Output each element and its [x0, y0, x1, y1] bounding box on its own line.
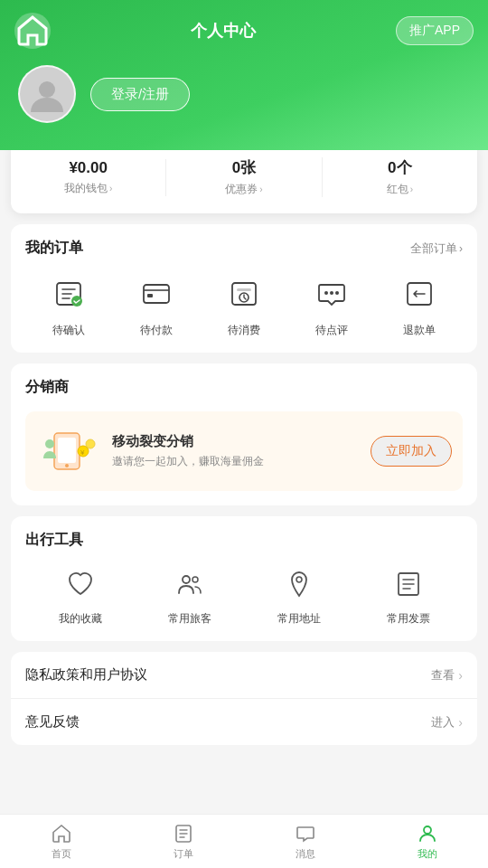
invoice-icon: [389, 564, 428, 604]
svg-text:¥: ¥: [80, 448, 85, 457]
nav-order[interactable]: 订单: [122, 815, 244, 868]
order-pending-consume[interactable]: 待消费: [222, 272, 266, 338]
feedback-right: 进入 ›: [431, 714, 463, 731]
feedback-item[interactable]: 意见反馈 进入 ›: [11, 699, 477, 745]
nav-message[interactable]: 消息: [244, 815, 366, 868]
distributor-banner-sub: 邀请您一起加入，赚取海量佣金: [112, 454, 371, 469]
chevron-right-icon: ›: [459, 242, 463, 255]
privacy-policy-right: 查看 ›: [431, 667, 463, 684]
svg-rect-3: [144, 285, 169, 303]
distributor-illustration: ¥: [36, 424, 101, 478]
tool-label: 常用地址: [277, 611, 321, 627]
orders-section: 我的订单 全部订单 › 待确认: [11, 224, 477, 353]
tool-label: 常用旅客: [168, 611, 211, 627]
settings-list: 隐私政策和用户协议 查看 › 意见反馈 进入 ›: [11, 652, 477, 745]
wallet-value: ¥0.00: [11, 159, 165, 177]
distributor-section: 分销商 ¥ 移动裂变分销 邀请您一起加入，赚取海量佣金 立即加入: [11, 363, 477, 505]
tools-grid: 我的收藏 常用旅客 常用地址: [25, 564, 463, 627]
redpacket-stat[interactable]: 0个 红包›: [323, 157, 477, 197]
svg-point-10: [335, 291, 339, 295]
order-label: 退款单: [403, 323, 436, 338]
nav-order-label: 订单: [174, 847, 193, 861]
coupon-stat[interactable]: 0张 优惠券›: [166, 157, 322, 197]
header-top: 个人中心 推广APP: [0, 0, 488, 49]
tools-header: 出行工具: [25, 531, 463, 550]
distributor-banner: ¥ 移动裂变分销 邀请您一起加入，赚取海量佣金 立即加入: [25, 411, 463, 491]
join-distributor-button[interactable]: 立即加入: [371, 436, 452, 467]
refund-icon: [398, 272, 441, 316]
nav-profile-label: 我的: [418, 847, 437, 861]
nav-home-label: 首页: [52, 847, 71, 861]
svg-point-0: [39, 81, 55, 98]
nav-message-label: 消息: [296, 847, 315, 861]
nav-profile[interactable]: 我的: [366, 815, 488, 868]
svg-point-19: [183, 576, 190, 583]
nav-home[interactable]: 首页: [0, 815, 122, 868]
svg-point-2: [71, 296, 82, 307]
order-refund[interactable]: 退款单: [398, 272, 441, 338]
chevron-right-icon: ›: [458, 668, 463, 683]
page-title: 个人中心: [191, 20, 256, 42]
redpacket-value: 0个: [323, 157, 477, 178]
svg-rect-4: [147, 294, 153, 297]
svg-point-18: [86, 439, 95, 448]
promote-app-button[interactable]: 推广APP: [396, 16, 474, 45]
order-pending-payment[interactable]: 待付款: [135, 272, 178, 338]
distributor-banner-title: 移动裂变分销: [112, 433, 371, 450]
tools-section: 出行工具 我的收藏 常用旅客: [11, 516, 477, 641]
orders-grid: 待确认 待付款 待消费: [25, 272, 463, 338]
distributor-text: 移动裂变分销 邀请您一起加入，赚取海量佣金: [112, 433, 371, 469]
tool-label: 常用发票: [387, 611, 430, 627]
feedback-title: 意见反馈: [25, 713, 80, 731]
coupon-label: 优惠券›: [166, 182, 321, 197]
privacy-policy-title: 隐私政策和用户协议: [25, 666, 147, 684]
tool-favorites[interactable]: 我的收藏: [59, 564, 102, 627]
svg-point-14: [65, 464, 69, 467]
pending-consume-icon: [222, 272, 266, 316]
tool-passengers[interactable]: 常用旅客: [168, 564, 211, 627]
distributor-title: 分销商: [25, 378, 69, 397]
svg-point-15: [45, 439, 54, 448]
distributor-header: 分销商: [25, 378, 463, 397]
svg-point-20: [192, 577, 198, 582]
order-label: 待消费: [228, 323, 260, 338]
profile-section: 登录/注册: [0, 49, 488, 123]
svg-point-24: [424, 826, 431, 834]
login-register-button[interactable]: 登录/注册: [90, 78, 190, 111]
passengers-icon: [170, 564, 210, 604]
tools-title: 出行工具: [25, 531, 83, 550]
tool-invoice[interactable]: 常用发票: [387, 564, 430, 627]
avatar: [18, 65, 76, 123]
order-pending-confirm[interactable]: 待确认: [47, 272, 90, 338]
chevron-right-icon: ›: [458, 715, 463, 730]
order-label: 待确认: [52, 323, 85, 338]
bottom-navigation: 首页 订单 消息 我的: [0, 814, 488, 868]
svg-point-21: [296, 577, 302, 582]
heart-icon: [61, 564, 100, 604]
header: 个人中心 推广APP 登录/注册: [0, 0, 488, 150]
wallet-label: 我的钱包›: [11, 181, 165, 196]
coupon-value: 0张: [166, 157, 321, 178]
pending-review-icon: [310, 272, 353, 316]
wallet-stat[interactable]: ¥0.00 我的钱包›: [11, 159, 166, 196]
home-button[interactable]: [14, 13, 51, 49]
tool-address[interactable]: 常用地址: [277, 564, 321, 627]
orders-header: 我的订单 全部订单 ›: [25, 239, 463, 258]
pending-confirm-icon: [47, 272, 90, 316]
privacy-policy-item[interactable]: 隐私政策和用户协议 查看 ›: [11, 652, 477, 699]
svg-rect-6: [237, 288, 251, 291]
tool-label: 我的收藏: [59, 611, 102, 627]
location-icon: [279, 564, 319, 604]
order-label: 待付款: [140, 323, 173, 338]
svg-rect-13: [58, 438, 76, 463]
all-orders-link[interactable]: 全部订单 ›: [410, 241, 463, 257]
order-label: 待点评: [315, 323, 348, 338]
svg-point-8: [324, 291, 328, 295]
pending-payment-icon: [135, 272, 178, 316]
redpacket-label: 红包›: [323, 182, 477, 197]
order-pending-review[interactable]: 待点评: [310, 272, 353, 338]
orders-title: 我的订单: [25, 239, 83, 258]
svg-point-9: [330, 291, 333, 295]
stats-card: ¥0.00 我的钱包› 0张 优惠券› 0个 红包›: [11, 141, 477, 213]
